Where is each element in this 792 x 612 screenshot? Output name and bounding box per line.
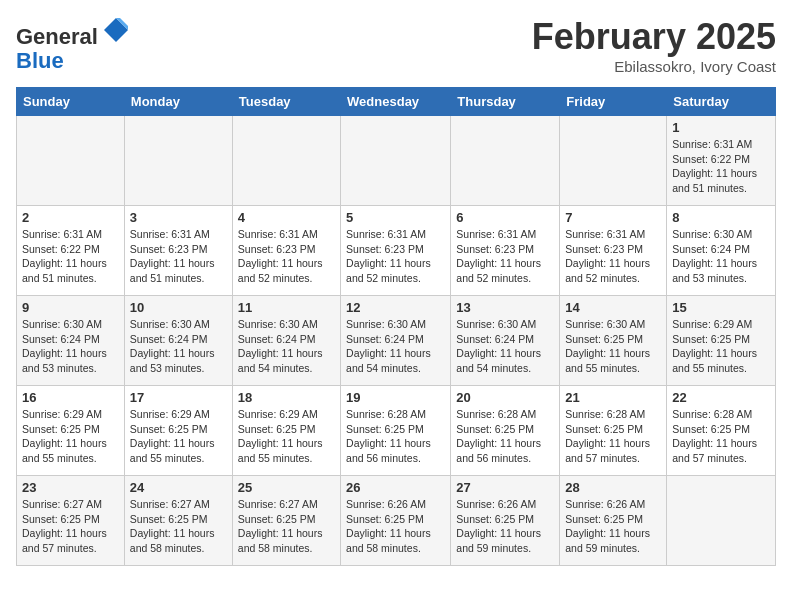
day-info: Sunrise: 6:31 AMSunset: 6:22 PMDaylight:… <box>672 137 770 196</box>
logo-general-text: General <box>16 24 98 49</box>
day-number: 20 <box>456 390 554 405</box>
calendar-cell: 5Sunrise: 6:31 AMSunset: 6:23 PMDaylight… <box>341 206 451 296</box>
day-info: Sunrise: 6:29 AMSunset: 6:25 PMDaylight:… <box>130 407 227 466</box>
day-info: Sunrise: 6:27 AMSunset: 6:25 PMDaylight:… <box>238 497 335 556</box>
day-info: Sunrise: 6:28 AMSunset: 6:25 PMDaylight:… <box>346 407 445 466</box>
day-info: Sunrise: 6:30 AMSunset: 6:24 PMDaylight:… <box>238 317 335 376</box>
calendar-cell: 27Sunrise: 6:26 AMSunset: 6:25 PMDayligh… <box>451 476 560 566</box>
weekday-header-sunday: Sunday <box>17 88 125 116</box>
day-number: 27 <box>456 480 554 495</box>
weekday-header-row: SundayMondayTuesdayWednesdayThursdayFrid… <box>17 88 776 116</box>
day-number: 12 <box>346 300 445 315</box>
day-number: 8 <box>672 210 770 225</box>
day-info: Sunrise: 6:29 AMSunset: 6:25 PMDaylight:… <box>672 317 770 376</box>
calendar-cell <box>124 116 232 206</box>
day-number: 17 <box>130 390 227 405</box>
day-number: 7 <box>565 210 661 225</box>
svg-marker-0 <box>104 18 128 42</box>
day-info: Sunrise: 6:30 AMSunset: 6:24 PMDaylight:… <box>456 317 554 376</box>
calendar-table: SundayMondayTuesdayWednesdayThursdayFrid… <box>16 87 776 566</box>
day-number: 4 <box>238 210 335 225</box>
calendar-cell: 11Sunrise: 6:30 AMSunset: 6:24 PMDayligh… <box>232 296 340 386</box>
calendar-cell: 26Sunrise: 6:26 AMSunset: 6:25 PMDayligh… <box>341 476 451 566</box>
day-info: Sunrise: 6:30 AMSunset: 6:24 PMDaylight:… <box>346 317 445 376</box>
calendar-cell <box>560 116 667 206</box>
day-number: 10 <box>130 300 227 315</box>
calendar-week-2: 2Sunrise: 6:31 AMSunset: 6:22 PMDaylight… <box>17 206 776 296</box>
calendar-cell: 10Sunrise: 6:30 AMSunset: 6:24 PMDayligh… <box>124 296 232 386</box>
calendar-cell: 19Sunrise: 6:28 AMSunset: 6:25 PMDayligh… <box>341 386 451 476</box>
day-info: Sunrise: 6:29 AMSunset: 6:25 PMDaylight:… <box>238 407 335 466</box>
day-info: Sunrise: 6:31 AMSunset: 6:22 PMDaylight:… <box>22 227 119 286</box>
logo: General Blue <box>16 16 130 73</box>
day-number: 18 <box>238 390 335 405</box>
calendar-cell: 16Sunrise: 6:29 AMSunset: 6:25 PMDayligh… <box>17 386 125 476</box>
calendar-cell: 15Sunrise: 6:29 AMSunset: 6:25 PMDayligh… <box>667 296 776 386</box>
calendar-cell: 13Sunrise: 6:30 AMSunset: 6:24 PMDayligh… <box>451 296 560 386</box>
day-info: Sunrise: 6:26 AMSunset: 6:25 PMDaylight:… <box>565 497 661 556</box>
day-info: Sunrise: 6:27 AMSunset: 6:25 PMDaylight:… <box>130 497 227 556</box>
day-number: 23 <box>22 480 119 495</box>
day-info: Sunrise: 6:30 AMSunset: 6:24 PMDaylight:… <box>130 317 227 376</box>
day-number: 13 <box>456 300 554 315</box>
day-number: 19 <box>346 390 445 405</box>
day-number: 21 <box>565 390 661 405</box>
day-number: 25 <box>238 480 335 495</box>
calendar-cell: 12Sunrise: 6:30 AMSunset: 6:24 PMDayligh… <box>341 296 451 386</box>
month-year-title: February 2025 <box>532 16 776 58</box>
day-info: Sunrise: 6:28 AMSunset: 6:25 PMDaylight:… <box>565 407 661 466</box>
calendar-cell: 8Sunrise: 6:30 AMSunset: 6:24 PMDaylight… <box>667 206 776 296</box>
day-number: 16 <box>22 390 119 405</box>
calendar-week-5: 23Sunrise: 6:27 AMSunset: 6:25 PMDayligh… <box>17 476 776 566</box>
weekday-header-saturday: Saturday <box>667 88 776 116</box>
day-number: 15 <box>672 300 770 315</box>
calendar-cell: 25Sunrise: 6:27 AMSunset: 6:25 PMDayligh… <box>232 476 340 566</box>
day-number: 3 <box>130 210 227 225</box>
day-info: Sunrise: 6:30 AMSunset: 6:24 PMDaylight:… <box>22 317 119 376</box>
day-number: 26 <box>346 480 445 495</box>
day-info: Sunrise: 6:31 AMSunset: 6:23 PMDaylight:… <box>565 227 661 286</box>
calendar-cell: 3Sunrise: 6:31 AMSunset: 6:23 PMDaylight… <box>124 206 232 296</box>
day-info: Sunrise: 6:31 AMSunset: 6:23 PMDaylight:… <box>238 227 335 286</box>
calendar-cell <box>451 116 560 206</box>
calendar-week-1: 1Sunrise: 6:31 AMSunset: 6:22 PMDaylight… <box>17 116 776 206</box>
day-number: 5 <box>346 210 445 225</box>
logo-icon <box>102 16 130 44</box>
day-number: 24 <box>130 480 227 495</box>
calendar-cell <box>17 116 125 206</box>
calendar-cell <box>667 476 776 566</box>
day-number: 28 <box>565 480 661 495</box>
day-number: 2 <box>22 210 119 225</box>
calendar-cell: 24Sunrise: 6:27 AMSunset: 6:25 PMDayligh… <box>124 476 232 566</box>
calendar-cell: 2Sunrise: 6:31 AMSunset: 6:22 PMDaylight… <box>17 206 125 296</box>
day-info: Sunrise: 6:31 AMSunset: 6:23 PMDaylight:… <box>346 227 445 286</box>
day-info: Sunrise: 6:30 AMSunset: 6:25 PMDaylight:… <box>565 317 661 376</box>
day-number: 6 <box>456 210 554 225</box>
location-subtitle: Ebilassokro, Ivory Coast <box>532 58 776 75</box>
day-number: 22 <box>672 390 770 405</box>
day-info: Sunrise: 6:26 AMSunset: 6:25 PMDaylight:… <box>346 497 445 556</box>
calendar-cell: 7Sunrise: 6:31 AMSunset: 6:23 PMDaylight… <box>560 206 667 296</box>
day-info: Sunrise: 6:30 AMSunset: 6:24 PMDaylight:… <box>672 227 770 286</box>
calendar-cell: 6Sunrise: 6:31 AMSunset: 6:23 PMDaylight… <box>451 206 560 296</box>
day-number: 14 <box>565 300 661 315</box>
day-info: Sunrise: 6:31 AMSunset: 6:23 PMDaylight:… <box>456 227 554 286</box>
calendar-cell <box>341 116 451 206</box>
day-info: Sunrise: 6:27 AMSunset: 6:25 PMDaylight:… <box>22 497 119 556</box>
calendar-cell: 22Sunrise: 6:28 AMSunset: 6:25 PMDayligh… <box>667 386 776 476</box>
page-header: General Blue February 2025 Ebilassokro, … <box>16 16 776 75</box>
calendar-cell: 9Sunrise: 6:30 AMSunset: 6:24 PMDaylight… <box>17 296 125 386</box>
weekday-header-thursday: Thursday <box>451 88 560 116</box>
weekday-header-tuesday: Tuesday <box>232 88 340 116</box>
calendar-cell: 28Sunrise: 6:26 AMSunset: 6:25 PMDayligh… <box>560 476 667 566</box>
logo-blue-text: Blue <box>16 48 64 73</box>
calendar-cell: 4Sunrise: 6:31 AMSunset: 6:23 PMDaylight… <box>232 206 340 296</box>
calendar-week-4: 16Sunrise: 6:29 AMSunset: 6:25 PMDayligh… <box>17 386 776 476</box>
calendar-week-3: 9Sunrise: 6:30 AMSunset: 6:24 PMDaylight… <box>17 296 776 386</box>
weekday-header-monday: Monday <box>124 88 232 116</box>
calendar-cell <box>232 116 340 206</box>
calendar-cell: 18Sunrise: 6:29 AMSunset: 6:25 PMDayligh… <box>232 386 340 476</box>
day-number: 9 <box>22 300 119 315</box>
day-number: 1 <box>672 120 770 135</box>
calendar-cell: 1Sunrise: 6:31 AMSunset: 6:22 PMDaylight… <box>667 116 776 206</box>
